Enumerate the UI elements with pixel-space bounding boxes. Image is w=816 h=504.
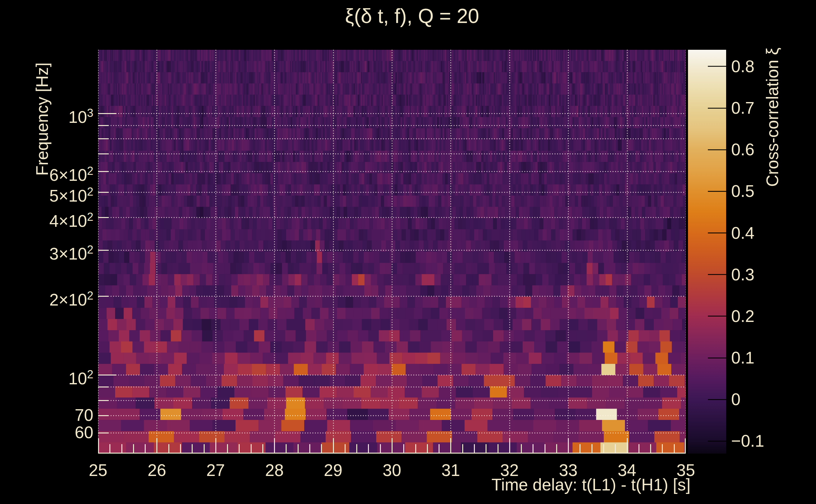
heatmap-canvas <box>98 50 686 454</box>
colorbar-tick-label: −0.1 <box>731 431 807 451</box>
colorbar-tick-mark <box>708 399 726 400</box>
colorbar-tick-mark <box>708 66 726 67</box>
colorbar-tick-mark <box>708 358 726 358</box>
y-tick-label: 103 <box>0 103 93 127</box>
colorbar-tick-mark <box>708 232 726 233</box>
colorbar-gradient <box>688 50 726 454</box>
colorbar-title: Cross-correlation ξ <box>762 16 783 218</box>
y-tick-label: 2×102 <box>0 286 93 310</box>
y-tick-label: 102 <box>0 365 93 388</box>
colorbar-tick-label: 0.2 <box>731 306 807 326</box>
y-tick-label: 5×102 <box>0 182 93 206</box>
colorbar-tick-mark <box>708 316 726 317</box>
y-tick-label: 70 <box>0 405 93 425</box>
colorbar-tick-label: 0.3 <box>731 265 807 284</box>
y-tick-label: 4×102 <box>0 207 93 231</box>
plot-title: ξ(δ t, f), Q = 20 <box>98 5 726 27</box>
colorbar-tick-label: 0.4 <box>731 223 807 243</box>
figure: ξ(δ t, f), Q = 20 Frequency [Hz] 1036×10… <box>0 0 816 504</box>
y-tick-label: 6×102 <box>0 161 93 185</box>
colorbar-tick-label: 0 <box>731 390 807 409</box>
colorbar-tick-mark <box>708 441 726 442</box>
colorbar-tick-mark <box>708 191 726 192</box>
colorbar-tick-mark <box>708 274 726 275</box>
y-tick-label: 60 <box>0 423 93 442</box>
colorbar-tick-label: 0.1 <box>731 348 807 368</box>
colorbar-tick-mark <box>708 108 726 109</box>
y-tick-label: 3×102 <box>0 240 93 264</box>
x-axis-title: Time delay: t(L1) - t(H1) [s] <box>98 475 691 495</box>
colorbar-tick-mark <box>708 149 726 150</box>
